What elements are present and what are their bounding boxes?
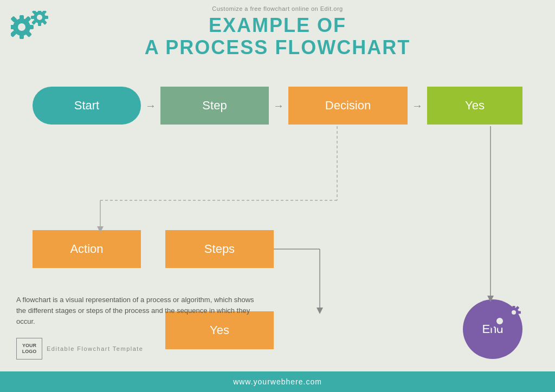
- node-step: Step: [160, 87, 269, 125]
- svg-point-1: [18, 23, 25, 31]
- title-block: EXAMPLE OF A PROCESS FLOWCHART: [0, 14, 555, 59]
- node-yes-top: Yes: [427, 87, 522, 125]
- flowchart-row1: Start → Step → Decision → Yes: [33, 87, 522, 125]
- svg-rect-44: [507, 311, 510, 314]
- svg-rect-2: [20, 15, 24, 21]
- gears-bottomright: [490, 306, 522, 338]
- svg-rect-32: [498, 326, 501, 331]
- arrow-decision-yes: →: [408, 100, 427, 112]
- svg-rect-41: [513, 306, 515, 309]
- logo-placeholder: YOURLOGO: [16, 338, 42, 360]
- svg-rect-31: [498, 311, 501, 316]
- footer-url: www.yourwebhere.com: [233, 377, 322, 386]
- svg-rect-14: [44, 16, 48, 19]
- svg-point-40: [512, 310, 516, 315]
- svg-marker-26: [317, 308, 323, 314]
- editable-label: Editable Flowchart Template: [47, 345, 143, 352]
- svg-rect-33: [505, 319, 509, 323]
- logo-block: YOURLOGO Editable Flowchart Template: [16, 338, 143, 360]
- svg-rect-4: [28, 25, 34, 29]
- svg-rect-13: [38, 22, 41, 26]
- node-steps2: Steps: [165, 230, 274, 268]
- svg-point-30: [496, 318, 503, 324]
- footer: www.yourwebhere.com: [0, 371, 555, 392]
- svg-point-11: [37, 15, 42, 20]
- top-credit: Customize a free flowchart online on Edi…: [0, 0, 555, 12]
- svg-rect-12: [38, 11, 41, 12]
- gears-topleft: [11, 11, 54, 56]
- page-title: EXAMPLE OF A PROCESS FLOWCHART: [0, 14, 555, 59]
- arrow-step-decision: →: [269, 100, 288, 112]
- svg-rect-43: [518, 311, 521, 314]
- arrow-start-step: →: [141, 100, 160, 112]
- svg-rect-15: [31, 16, 35, 19]
- node-start: Start: [33, 87, 141, 125]
- svg-rect-3: [20, 34, 24, 39]
- description-text: A flowchart is a visual representation o…: [16, 295, 255, 327]
- svg-rect-5: [11, 25, 15, 29]
- svg-rect-42: [513, 316, 515, 319]
- node-decision: Decision: [288, 87, 408, 125]
- svg-rect-34: [490, 319, 494, 323]
- node-action: Action: [33, 230, 141, 268]
